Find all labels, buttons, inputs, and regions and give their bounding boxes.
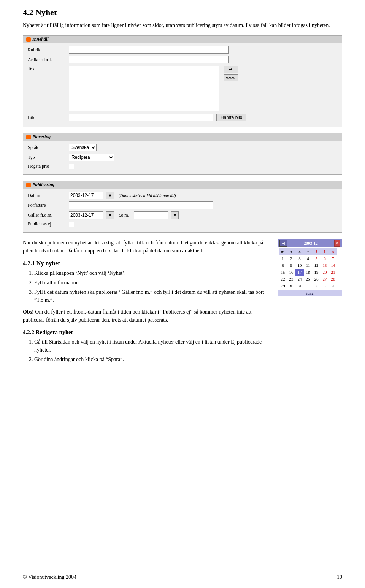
innehall-title-text: Innehåll xyxy=(32,36,49,42)
bild-input[interactable] xyxy=(69,114,213,121)
cal-header-t2: t xyxy=(304,248,312,255)
cal-day-2[interactable]: 2 xyxy=(287,255,295,262)
enter-button[interactable]: ↵ xyxy=(224,66,238,73)
cal-day-1[interactable]: 1 xyxy=(279,255,287,262)
step-422-2: Gör dina ändringar och klicka på “Spara”… xyxy=(34,355,270,363)
tom-input[interactable] xyxy=(134,211,168,219)
cal-day-21[interactable]: 21 xyxy=(329,269,337,276)
cal-day-15[interactable]: 15 xyxy=(279,269,287,276)
cal-day-31[interactable]: 31 xyxy=(295,282,304,289)
cal-day-25[interactable]: 25 xyxy=(304,276,312,282)
sprak-label: Språk xyxy=(28,145,66,151)
footer-copyright: © Visionutveckling 2004 xyxy=(23,574,76,580)
hogsta-prio-label: Högsta prio xyxy=(28,163,66,169)
cal-day-8[interactable]: 8 xyxy=(279,262,287,269)
rubrik-row: Rubrik xyxy=(28,46,337,54)
calendar-widget: ◄ 2003-12 ✕ m t o t f l s 1 2 3 4 5 6 xyxy=(278,239,342,296)
calendar-today-btn[interactable]: idag xyxy=(278,290,342,296)
calendar-grid: m t o t f l s 1 2 3 4 5 6 7 8 9 xyxy=(278,247,342,290)
intro-paragraph: Nyheter är tillfällig information som in… xyxy=(23,21,342,29)
publiceras-ej-label: Publiceras ej xyxy=(28,221,66,227)
typ-select[interactable]: Redigera xyxy=(69,154,114,161)
cal-day-29[interactable]: 29 xyxy=(279,282,287,289)
www-button[interactable]: www xyxy=(224,74,238,81)
cal-day-14[interactable]: 14 xyxy=(329,262,337,269)
placering-panel: Placering Språk Svenska Typ Redigera Hög… xyxy=(23,133,342,175)
step-422-1: Gå till Startsidan och välj en nyhet i l… xyxy=(34,338,270,354)
hamta-bild-button[interactable]: Hämta bild xyxy=(216,114,246,121)
cal-day-16[interactable]: 16 xyxy=(287,269,295,276)
cal-day-next-3[interactable]: 3 xyxy=(321,282,329,289)
cal-day-24[interactable]: 24 xyxy=(295,276,304,282)
innehall-panel: Innehåll Rubrik Artikelrubrik Text ↵ www… xyxy=(23,35,342,127)
forfattare-input[interactable] xyxy=(69,201,213,209)
obs-paragraph: Obs! Om du fyller i ett fr.om.-datum fra… xyxy=(23,308,270,324)
datum-input[interactable] xyxy=(69,192,103,199)
tom-dropdown-btn[interactable]: ▼ xyxy=(171,211,179,219)
text-button-group: ↵ www xyxy=(224,66,238,81)
hogsta-prio-checkbox[interactable] xyxy=(69,164,74,169)
galler-label: Gäller fr.o.m. xyxy=(28,212,66,218)
forfattare-label: Författare xyxy=(28,203,66,208)
steps-422-list: Gå till Startsidan och välj en nyhet i l… xyxy=(34,338,270,363)
cal-day-17[interactable]: 17 xyxy=(295,269,304,276)
cal-day-11[interactable]: 11 xyxy=(304,262,312,269)
cal-day-next-2[interactable]: 2 xyxy=(312,282,321,289)
cal-day-13[interactable]: 13 xyxy=(321,262,329,269)
publiceras-ej-row: Publiceras ej xyxy=(28,221,337,227)
cal-day-next-4[interactable]: 4 xyxy=(329,282,337,289)
steps-421-list: Klicka på knappen ‘Nytt’ och välj ‘Nyhet… xyxy=(34,269,270,304)
cal-day-27[interactable]: 27 xyxy=(321,276,329,282)
sprak-select[interactable]: Svenska xyxy=(69,144,97,151)
calendar-week-5: 29 30 31 1 2 3 4 xyxy=(279,282,341,289)
cal-day-5[interactable]: 5 xyxy=(312,255,321,262)
rubrik-input[interactable] xyxy=(69,46,229,54)
publicering-panel: Publicering Datum ▼ (Datum skrivs alltid… xyxy=(23,181,342,233)
innehall-title: Innehåll xyxy=(23,36,342,43)
cal-day-10[interactable]: 10 xyxy=(295,262,304,269)
cal-header-m: m xyxy=(279,248,287,255)
cal-day-18[interactable]: 18 xyxy=(304,269,312,276)
cal-day-23[interactable]: 23 xyxy=(287,276,295,282)
datum-dropdown-btn[interactable]: ▼ xyxy=(106,192,114,199)
publiceras-ej-checkbox[interactable] xyxy=(69,222,74,227)
cal-day-19[interactable]: 19 xyxy=(312,269,321,276)
cal-day-22[interactable]: 22 xyxy=(279,276,287,282)
cal-day-12[interactable]: 12 xyxy=(312,262,321,269)
tom-label: t.o.m. xyxy=(119,212,129,218)
sprak-row: Språk Svenska xyxy=(28,144,337,151)
cal-day-6[interactable]: 6 xyxy=(321,255,329,262)
calendar-week-3: 15 16 17 18 19 20 21 xyxy=(279,269,341,276)
cal-day-3[interactable]: 3 xyxy=(295,255,304,262)
step-421-3: Fyll i det datum nyheten ska publiceras … xyxy=(34,288,270,304)
cal-day-20[interactable]: 20 xyxy=(321,269,329,276)
artikelrubrik-input[interactable] xyxy=(69,56,229,63)
galler-from-input[interactable] xyxy=(69,211,103,219)
body-paragraph-1: När du ska publicera en nyhet är det vik… xyxy=(23,239,270,255)
cal-day-7[interactable]: 7 xyxy=(329,255,337,262)
text-row: Text ↵ www xyxy=(28,66,337,111)
datum-row: Datum ▼ (Datum skrivs alltid åååå-mm-dd) xyxy=(28,192,337,199)
cal-day-30[interactable]: 30 xyxy=(287,282,295,289)
cal-day-9[interactable]: 9 xyxy=(287,262,295,269)
calendar-prev-btn[interactable]: ◄ xyxy=(279,240,287,247)
galler-from-dropdown-btn[interactable]: ▼ xyxy=(106,211,114,219)
text-textarea[interactable] xyxy=(69,66,219,111)
cal-header-s: s xyxy=(329,248,337,255)
section-421-heading: 4.2.1 Ny nyhet xyxy=(23,260,270,267)
panel-icon xyxy=(26,37,31,42)
galler-row: Gäller fr.o.m. ▼ t.o.m. ▼ xyxy=(28,211,337,219)
cal-day-4[interactable]: 4 xyxy=(304,255,312,262)
cal-day-26[interactable]: 26 xyxy=(312,276,321,282)
cal-day-next-1[interactable]: 1 xyxy=(304,282,312,289)
cal-header-l: l xyxy=(321,248,329,255)
calendar-week-1: 1 2 3 4 5 6 7 xyxy=(279,255,341,262)
obs-text: Om du fyller i ett fr.om.-datum framåt i… xyxy=(23,309,251,323)
cal-day-28[interactable]: 28 xyxy=(329,276,337,282)
typ-label: Typ xyxy=(28,155,66,160)
publicering-title-text: Publicering xyxy=(32,182,54,188)
publicering-body: Datum ▼ (Datum skrivs alltid åååå-mm-dd)… xyxy=(23,189,342,232)
calendar-close-btn[interactable]: ✕ xyxy=(334,240,340,247)
cal-header-t1: t xyxy=(287,248,295,255)
calendar-header: ◄ 2003-12 ✕ xyxy=(278,239,342,247)
